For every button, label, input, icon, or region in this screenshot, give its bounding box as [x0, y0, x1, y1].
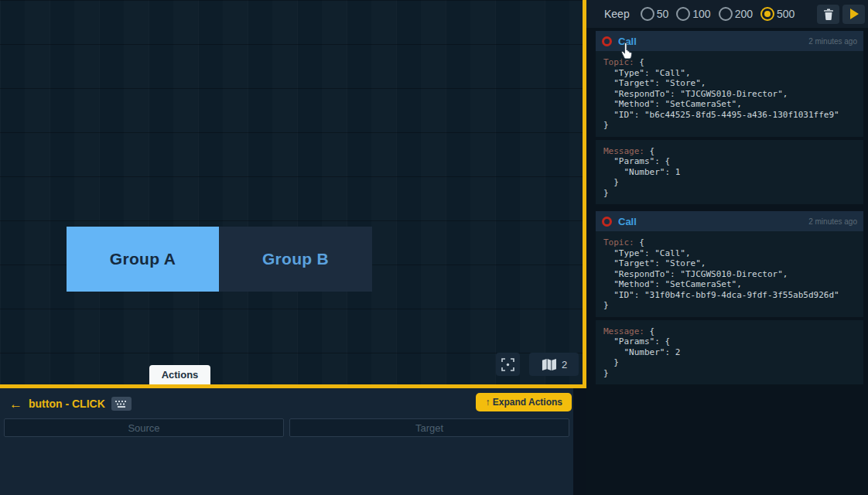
source-input[interactable]	[4, 418, 284, 437]
keep-label: Keep	[604, 8, 630, 20]
clear-log-button[interactable]	[817, 5, 839, 24]
record-ring-icon	[602, 217, 612, 227]
message-json: Message: { "Params": { "Number": 2 } }	[596, 320, 863, 385]
log-entry-body: Topic: { "Type": "Call", "Target": "Stor…	[596, 51, 863, 204]
group-a-label: Group A	[110, 250, 176, 268]
log-entry: Call 2 minutes ago Topic: { "Type": "Cal…	[596, 211, 863, 384]
actions-tab-label: Actions	[162, 369, 199, 381]
group-b-button[interactable]: Group B	[219, 227, 372, 292]
entry-timestamp: 2 minutes ago	[808, 217, 857, 226]
topic-json: Topic: { "Type": "Call", "Target": "Stor…	[596, 231, 863, 317]
keep-radio-50[interactable]: 50	[641, 7, 669, 21]
entry-timestamp: 2 minutes ago	[808, 37, 857, 46]
group-b-label: Group B	[262, 250, 329, 268]
map-page-count: 2	[562, 359, 567, 370]
entry-type-link[interactable]: Call	[618, 36, 637, 47]
play-button[interactable]	[842, 5, 865, 24]
stage-canvas[interactable]: Group A Group B 2 Actions	[0, 0, 586, 388]
action-title: button - CLICK	[29, 398, 105, 410]
keep-radio-100[interactable]: 100	[676, 7, 710, 21]
message-json: Message: { "Params": { "Number": 1 } }	[596, 140, 863, 205]
actions-tab[interactable]: Actions	[149, 365, 210, 384]
radio-icon	[676, 7, 690, 21]
fit-to-screen-button[interactable]	[496, 353, 520, 376]
topic-json: Topic: { "Type": "Call", "Target": "Stor…	[596, 51, 863, 137]
keep-radio-500[interactable]: 500	[760, 7, 795, 21]
log-entry-header[interactable]: Call 2 minutes ago	[596, 211, 863, 231]
message-log-panel: Keep 50 100 200 500	[586, 0, 868, 495]
radio-icon	[719, 7, 733, 21]
radio-icon	[641, 7, 654, 21]
back-arrow-button[interactable]: ←	[9, 398, 22, 411]
map-icon	[541, 357, 557, 372]
log-entries-list: Call 2 minutes ago Topic: { "Type": "Cal…	[596, 31, 863, 384]
map-pages-button[interactable]: 2	[529, 353, 579, 376]
group-a-button[interactable]: Group A	[67, 227, 219, 292]
log-entry-body: Topic: { "Type": "Call", "Target": "Stor…	[596, 231, 863, 384]
keyboard-icon	[111, 397, 132, 411]
keep-radio-200[interactable]: 200	[719, 7, 753, 21]
trash-icon	[823, 9, 834, 20]
fit-to-screen-icon	[501, 358, 514, 371]
expand-actions-button[interactable]: ↑ Expand Actions	[476, 393, 572, 411]
target-input[interactable]	[289, 418, 569, 437]
actions-panel: ← button - CLICK ↑ Expand Actions	[0, 388, 573, 495]
entry-type-link[interactable]: Call	[618, 216, 637, 227]
play-icon	[850, 9, 859, 19]
log-entry-header[interactable]: Call 2 minutes ago	[596, 31, 863, 51]
keep-radio-group: 50 100 200 500	[641, 7, 795, 21]
radio-icon	[760, 7, 774, 21]
record-ring-icon	[602, 36, 612, 46]
log-header: Keep 50 100 200 500	[586, 0, 868, 28]
log-entry: Call 2 minutes ago Topic: { "Type": "Cal…	[596, 31, 863, 204]
